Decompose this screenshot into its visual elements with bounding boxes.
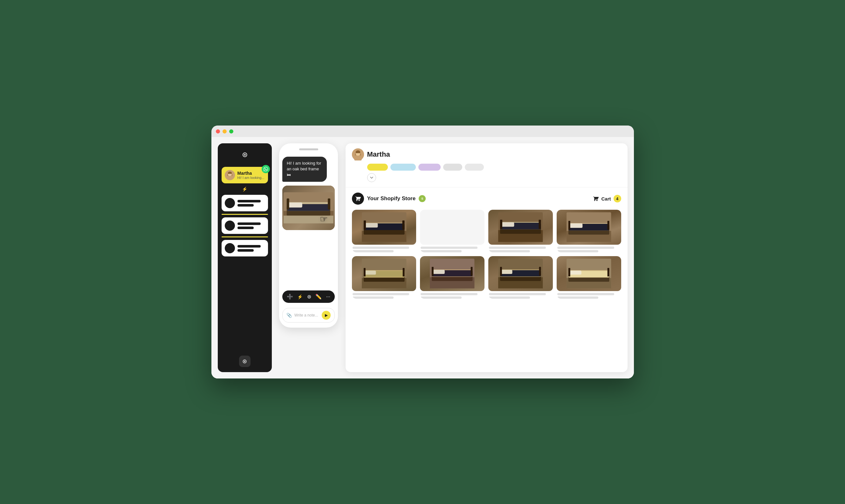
svg-rect-61 — [500, 267, 502, 276]
placeholder-line-short-3 — [237, 249, 254, 252]
bed-image-7 — [488, 256, 553, 291]
sidebar-bottom-logo: ⊛ — [239, 356, 250, 367]
product-line-wide-8 — [557, 293, 614, 295]
shopify-header: Your Shopify Store S Cart 4 — [352, 193, 621, 205]
bed-image-card[interactable]: ☞ — [282, 185, 335, 230]
close-button[interactable] — [216, 129, 220, 133]
bed-image-3 — [488, 210, 553, 245]
chat-item-2[interactable] — [222, 195, 268, 211]
yellow-divider-2 — [222, 236, 268, 237]
placeholder-line-long — [237, 200, 261, 202]
phone-input-bar: 📎 Write a note... ▶ — [282, 308, 335, 323]
tag-purple[interactable] — [418, 164, 441, 170]
cursor-hand: ☞ — [320, 214, 328, 224]
toolbar-add-icon[interactable]: ➕ — [287, 294, 293, 300]
phone-toolbar: ➕ ⚡ ⊛ ✏️ ··· — [282, 290, 335, 303]
cart-count: 4 — [614, 195, 621, 202]
product-text-3 — [488, 247, 553, 252]
product-image-6 — [420, 256, 485, 291]
product-card-5[interactable] — [352, 256, 417, 299]
right-panel: Martha — [346, 143, 628, 372]
message-text: Hi! I am looking for an oak bed frame 🛏 — [287, 161, 321, 177]
minimize-button[interactable] — [223, 129, 227, 133]
svg-rect-29 — [500, 220, 502, 229]
chat-item-4[interactable] — [222, 240, 268, 256]
bed-image-1 — [352, 210, 417, 245]
svg-rect-46 — [403, 268, 404, 276]
expand-button[interactable] — [367, 173, 376, 182]
product-line-wide-5 — [353, 293, 409, 295]
toolbar-fingerprint-icon[interactable]: ⊛ — [307, 294, 311, 300]
maximize-button[interactable] — [229, 129, 233, 133]
whatsapp-badge — [262, 165, 270, 173]
product-text-2 — [420, 247, 485, 252]
product-line-medium-7 — [489, 296, 530, 299]
product-card-8[interactable] — [557, 256, 621, 299]
tag-yellow[interactable] — [367, 164, 388, 170]
placeholder-lines-2 — [237, 200, 265, 206]
toolbar-menu-icon[interactable]: ⚡ — [297, 294, 303, 299]
svg-rect-21 — [364, 220, 366, 230]
product-card-1[interactable] — [352, 210, 417, 252]
product-card-3[interactable] — [488, 210, 553, 252]
product-image-8 — [557, 256, 621, 291]
svg-rect-53 — [432, 267, 434, 276]
lightning-divider: ⚡ — [222, 186, 268, 192]
attachment-icon[interactable]: 📎 — [286, 313, 292, 318]
product-line-wide-4 — [557, 247, 614, 249]
bed-image-inner: ☞ — [282, 185, 335, 230]
input-placeholder[interactable]: Write a note... — [294, 313, 319, 318]
product-card-6[interactable] — [420, 256, 485, 299]
tag-gray[interactable] — [443, 164, 462, 170]
phone-mockup: Hi! I am looking for an oak bed frame 🛏 — [279, 143, 338, 328]
toolbar-more-icon[interactable]: ··· — [326, 294, 330, 300]
toolbar-edit-icon[interactable]: ✏️ — [315, 294, 322, 300]
avatar-placeholder-4 — [225, 243, 235, 253]
svg-rect-30 — [539, 220, 541, 229]
tag-gray-sm[interactable] — [465, 164, 484, 170]
martha-preview: Hi! I am looking... — [237, 176, 265, 180]
product-text-7 — [488, 293, 553, 299]
contact-name: Martha — [367, 150, 390, 159]
cart-section[interactable]: Cart 4 — [593, 195, 621, 202]
svg-rect-9 — [287, 198, 289, 209]
svg-rect-37 — [568, 221, 570, 230]
product-line-wide-6 — [421, 293, 477, 295]
product-line-wide — [353, 247, 409, 249]
product-image-2 — [420, 210, 485, 245]
martha-avatar-image — [225, 170, 235, 180]
product-card-4[interactable] — [557, 210, 621, 252]
fingerprint-icon: ⊛ — [242, 151, 248, 159]
contact-avatar — [352, 148, 364, 161]
martha-name: Martha — [237, 170, 265, 176]
lightning-icon: ⚡ — [242, 186, 247, 192]
chat-item-martha[interactable]: Martha Hi! I am looking... — [222, 167, 268, 183]
product-line-medium-2 — [421, 250, 462, 252]
svg-rect-22 — [402, 220, 404, 230]
tag-blue[interactable] — [390, 164, 416, 170]
product-card-7[interactable] — [488, 256, 553, 299]
send-button[interactable]: ▶ — [322, 311, 331, 320]
tags-row — [352, 164, 621, 173]
svg-rect-10 — [328, 198, 330, 209]
bed-image-5 — [352, 256, 417, 291]
svg-rect-20 — [365, 223, 378, 228]
svg-rect-8 — [288, 202, 302, 208]
product-line-wide-2 — [421, 247, 477, 249]
shopify-left: Your Shopify Store S — [352, 193, 426, 205]
shopify-store-name: Your Shopify Store — [367, 195, 416, 202]
avatar-placeholder-3 — [225, 220, 235, 231]
product-image-1 — [352, 210, 417, 245]
placeholder-line-short — [237, 204, 254, 206]
svg-rect-36 — [569, 223, 582, 228]
chat-item-3[interactable] — [222, 217, 268, 234]
product-card-2[interactable] — [420, 210, 485, 252]
chat-list: Martha Hi! I am looking... ⚡ — [222, 167, 268, 353]
browser-window: ⊛ — [211, 126, 634, 378]
svg-rect-62 — [539, 267, 541, 276]
product-text-6 — [420, 293, 485, 299]
product-image-7 — [488, 256, 553, 291]
product-text-5 — [352, 293, 417, 299]
svg-rect-60 — [501, 270, 512, 274]
placeholder-line-long-3 — [237, 245, 261, 248]
